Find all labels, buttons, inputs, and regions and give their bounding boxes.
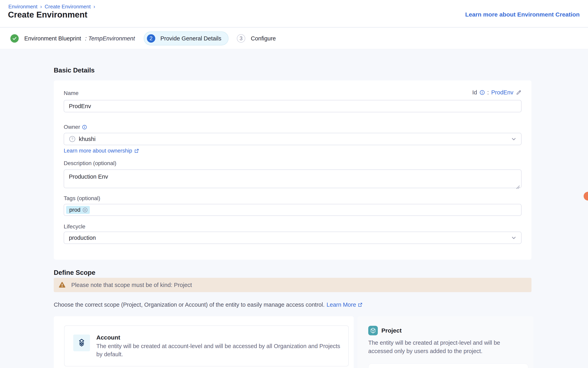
id-info-icon[interactable] (479, 90, 485, 95)
scope-account-title: Account (96, 334, 120, 341)
step-environment-blueprint-label[interactable]: Environment Blueprint (24, 35, 81, 42)
tags-label: Tags (optional) (64, 195, 100, 202)
breadcrumb-separator: › (94, 4, 95, 9)
scope-account-card[interactable]: Account The entity will be created at ac… (64, 325, 349, 366)
remove-tag-icon[interactable] (82, 207, 88, 213)
warning-triangle-icon (58, 281, 66, 289)
chevron-down-icon (511, 136, 517, 142)
tags-input[interactable]: prod (64, 204, 522, 216)
owner-select[interactable]: ? khushi (64, 133, 522, 145)
scope-project-description: The entity will be created at project-le… (368, 339, 512, 355)
id-value: ProdEnv (491, 89, 513, 96)
wizard-stepper: Environment Blueprint : TempEnvironment … (0, 28, 588, 49)
step-3-badge: 3 (237, 34, 245, 43)
help-fab-button[interactable] (584, 192, 588, 201)
owner-info-icon[interactable] (82, 125, 87, 130)
tag-chip-text: prod (69, 207, 81, 213)
edit-id-icon[interactable] (516, 90, 522, 95)
cube-icon (368, 326, 378, 335)
step-environment-blueprint-value: : TempEnvironment (85, 35, 135, 42)
svg-text:?: ? (71, 137, 73, 141)
id-colon: : (487, 89, 489, 96)
name-label: Name (64, 90, 79, 96)
entity-id-row: Id : ProdEnv (472, 89, 522, 96)
scope-account-panel: Account The entity will be created at ac… (54, 316, 354, 368)
scope-warning-text: Please note that scope must be of kind: … (71, 282, 192, 288)
step-configure[interactable]: 3 Configure (237, 34, 276, 43)
breadcrumb-environment[interactable]: Environment (8, 4, 37, 10)
step-provide-general-details-label: Provide General Details (160, 35, 221, 42)
step-completed-check-icon (10, 34, 19, 43)
basic-details-heading: Basic Details (54, 66, 95, 74)
external-link-icon (134, 148, 139, 153)
page-title: Create Environment (8, 10, 87, 19)
description-textarea[interactable]: Production Env (64, 169, 522, 188)
owner-label-text: Owner (64, 124, 80, 130)
layers-icon (73, 335, 90, 351)
learn-more-ownership-link[interactable]: Learn more about ownership (64, 148, 139, 154)
step-configure-label: Configure (251, 35, 276, 42)
tag-chip: prod (66, 206, 90, 214)
textarea-resize-handle[interactable] (516, 185, 520, 189)
chevron-down-icon (511, 235, 517, 241)
breadcrumb: Environment › Create Environment › (8, 4, 95, 10)
scope-learn-more-text: Learn More (326, 302, 356, 308)
project-scope-select[interactable] (368, 364, 528, 368)
scope-warning-banner: Please note that scope must be of kind: … (54, 278, 532, 292)
scope-project-panel[interactable]: Project The entity will be created at pr… (358, 316, 534, 368)
owner-value: khushi (79, 136, 96, 142)
breadcrumb-create-environment[interactable]: Create Environment (45, 4, 90, 10)
breadcrumb-separator: › (40, 4, 42, 9)
scope-hint-text: Choose the correct scope (Project, Organ… (54, 302, 325, 308)
scope-hint: Choose the correct scope (Project, Organ… (54, 302, 363, 308)
page-header: Environment › Create Environment › Creat… (0, 0, 588, 28)
lifecycle-value: production (69, 235, 96, 241)
id-label: Id (472, 89, 477, 96)
scope-account-description: The entity will be created at account-le… (96, 342, 341, 359)
lifecycle-select[interactable]: production (64, 232, 522, 244)
owner-label: Owner (64, 124, 87, 130)
define-scope-heading: Define Scope (54, 269, 95, 276)
owner-avatar-question-icon: ? (69, 136, 76, 142)
description-label: Description (optional) (64, 160, 117, 166)
step-provide-general-details[interactable]: 2 Provide General Details (144, 31, 228, 46)
basic-details-card: Name Id : ProdEnv Owner ? khushi (54, 81, 532, 260)
step-2-badge: 2 (147, 34, 155, 43)
scope-learn-more-link[interactable]: Learn More (326, 302, 362, 308)
scope-project-title: Project (381, 327, 402, 334)
name-input[interactable] (64, 100, 522, 112)
external-link-icon (358, 302, 363, 307)
learn-more-ownership-text: Learn more about ownership (64, 148, 132, 154)
create-environment-page: Environment › Create Environment › Creat… (0, 0, 588, 368)
lifecycle-label: Lifecycle (64, 223, 85, 230)
learn-more-environment-creation-link[interactable]: Learn more about Environment Creation (465, 11, 580, 18)
